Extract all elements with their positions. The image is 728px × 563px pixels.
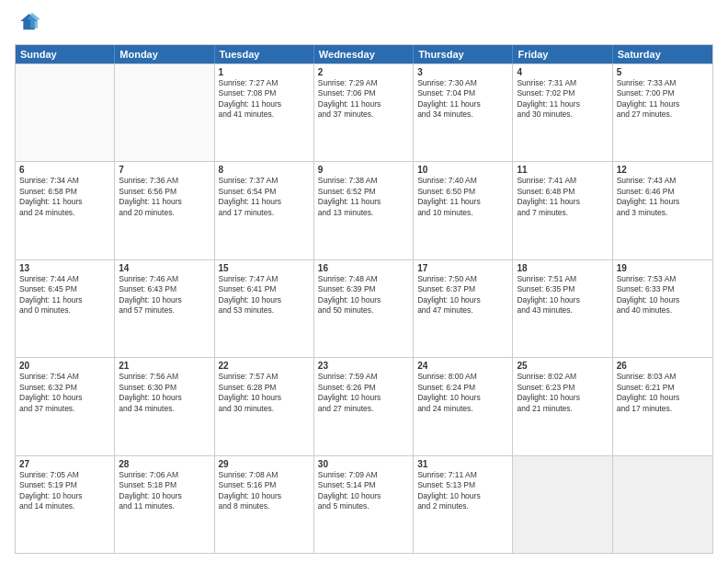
cell-line: Sunset: 6:24 PM bbox=[417, 383, 508, 393]
calendar-cell: 2Sunrise: 7:29 AMSunset: 7:06 PMDaylight… bbox=[314, 64, 414, 161]
cell-line: and 10 minutes. bbox=[417, 208, 508, 218]
day-number: 12 bbox=[617, 165, 709, 175]
cell-line: and 11 minutes. bbox=[119, 501, 210, 511]
day-number: 15 bbox=[219, 263, 310, 273]
calendar-cell: 18Sunrise: 7:51 AMSunset: 6:35 PMDayligh… bbox=[513, 260, 612, 357]
cell-line: and 43 minutes. bbox=[517, 305, 608, 316]
cell-line: and 53 minutes. bbox=[219, 305, 310, 316]
calendar-cell: 8Sunrise: 7:37 AMSunset: 6:54 PMDaylight… bbox=[215, 162, 314, 259]
cell-line: and 5 minutes. bbox=[318, 501, 409, 511]
cell-line: Sunrise: 7:57 AM bbox=[219, 372, 310, 382]
cell-line: Sunrise: 8:00 AM bbox=[417, 372, 508, 382]
day-number: 23 bbox=[318, 361, 409, 371]
day-number: 21 bbox=[119, 361, 210, 371]
cell-line: Sunrise: 7:33 AM bbox=[617, 78, 709, 88]
day-number: 4 bbox=[517, 67, 608, 77]
calendar-cell: 1Sunrise: 7:27 AMSunset: 7:08 PMDaylight… bbox=[215, 64, 314, 161]
cell-line: Daylight: 10 hours bbox=[119, 295, 210, 305]
cell-line: Daylight: 10 hours bbox=[517, 393, 608, 403]
cell-line: and 30 minutes. bbox=[517, 109, 608, 120]
cell-line: Sunrise: 7:34 AM bbox=[19, 176, 110, 186]
day-number: 24 bbox=[417, 361, 508, 371]
cell-line: and 17 minutes. bbox=[219, 208, 310, 218]
cell-line: Daylight: 11 hours bbox=[19, 295, 110, 305]
cell-line: and 27 minutes. bbox=[318, 404, 409, 414]
cell-line: Daylight: 10 hours bbox=[318, 491, 409, 501]
cell-line: and 27 minutes. bbox=[617, 109, 709, 120]
cell-line: Sunset: 6:52 PM bbox=[318, 187, 409, 197]
cell-line: and 37 minutes. bbox=[19, 404, 110, 414]
calendar-cell: 4Sunrise: 7:31 AMSunset: 7:02 PMDaylight… bbox=[513, 64, 612, 161]
cell-line: Sunset: 6:30 PM bbox=[119, 383, 210, 393]
cell-line: Sunrise: 7:47 AM bbox=[219, 274, 310, 284]
day-number: 20 bbox=[19, 361, 110, 371]
cell-line: Sunrise: 7:43 AM bbox=[617, 176, 709, 186]
calendar-cell: 13Sunrise: 7:44 AMSunset: 6:45 PMDayligh… bbox=[16, 260, 115, 357]
calendar-cell: 3Sunrise: 7:30 AMSunset: 7:04 PMDaylight… bbox=[414, 64, 513, 161]
header-cell-friday: Friday bbox=[513, 45, 612, 63]
cell-line: and 37 minutes. bbox=[318, 109, 409, 120]
cell-line: Daylight: 10 hours bbox=[617, 295, 709, 305]
cell-line: Sunset: 6:39 PM bbox=[318, 284, 409, 294]
cell-line: and 50 minutes. bbox=[318, 305, 409, 316]
calendar-cell: 15Sunrise: 7:47 AMSunset: 6:41 PMDayligh… bbox=[215, 260, 314, 357]
cell-line: Sunrise: 7:05 AM bbox=[19, 470, 110, 480]
day-number: 17 bbox=[417, 263, 508, 273]
cell-line: Daylight: 10 hours bbox=[219, 295, 310, 305]
calendar-cell: 9Sunrise: 7:38 AMSunset: 6:52 PMDaylight… bbox=[314, 162, 414, 259]
cell-line: Sunset: 6:21 PM bbox=[617, 383, 709, 393]
cell-line: Daylight: 10 hours bbox=[617, 393, 709, 403]
calendar-cell: 29Sunrise: 7:08 AMSunset: 5:16 PMDayligh… bbox=[215, 456, 314, 553]
day-number: 13 bbox=[19, 263, 110, 273]
cell-line: and 40 minutes. bbox=[617, 305, 709, 316]
page-header bbox=[15, 11, 713, 37]
cell-line: Daylight: 10 hours bbox=[119, 393, 210, 403]
cell-line: Daylight: 10 hours bbox=[19, 393, 110, 403]
cell-line: Sunset: 6:50 PM bbox=[417, 187, 508, 197]
header-cell-sunday: Sunday bbox=[16, 45, 115, 63]
day-number: 16 bbox=[318, 263, 409, 273]
cell-line: Sunrise: 7:27 AM bbox=[219, 78, 310, 88]
cell-line: Daylight: 10 hours bbox=[219, 491, 310, 501]
day-number: 8 bbox=[219, 165, 310, 175]
cell-line: Sunrise: 7:59 AM bbox=[318, 372, 409, 382]
cell-line: Sunrise: 7:36 AM bbox=[119, 176, 210, 186]
day-number: 7 bbox=[119, 165, 210, 175]
cell-line: Sunrise: 7:41 AM bbox=[517, 176, 608, 186]
cell-line: Daylight: 10 hours bbox=[19, 491, 110, 501]
cell-line: and 30 minutes. bbox=[219, 404, 310, 414]
cell-line: Daylight: 10 hours bbox=[517, 295, 608, 305]
calendar-cell: 27Sunrise: 7:05 AMSunset: 5:19 PMDayligh… bbox=[16, 456, 115, 553]
day-number: 26 bbox=[617, 361, 709, 371]
cell-line: Sunrise: 7:51 AM bbox=[517, 274, 608, 284]
cell-line: Daylight: 10 hours bbox=[318, 295, 409, 305]
cell-line: and 8 minutes. bbox=[219, 501, 310, 511]
cell-line: Daylight: 10 hours bbox=[417, 393, 508, 403]
cell-line: Sunrise: 7:38 AM bbox=[318, 176, 409, 186]
calendar-cell: 30Sunrise: 7:09 AMSunset: 5:14 PMDayligh… bbox=[314, 456, 414, 553]
cell-line: Sunrise: 7:09 AM bbox=[318, 470, 409, 480]
calendar-page: SundayMondayTuesdayWednesdayThursdayFrid… bbox=[0, 0, 728, 563]
calendar-cell: 14Sunrise: 7:46 AMSunset: 6:43 PMDayligh… bbox=[115, 260, 214, 357]
cell-line: Daylight: 11 hours bbox=[19, 197, 110, 207]
cell-line: Sunset: 6:54 PM bbox=[219, 187, 310, 197]
calendar-cell: 31Sunrise: 7:11 AMSunset: 5:13 PMDayligh… bbox=[414, 456, 513, 553]
cell-line: and 7 minutes. bbox=[517, 208, 608, 218]
cell-line: and 20 minutes. bbox=[119, 208, 210, 218]
calendar-cell: 7Sunrise: 7:36 AMSunset: 6:56 PMDaylight… bbox=[115, 162, 214, 259]
cell-line: and 34 minutes. bbox=[417, 109, 508, 120]
cell-line: Daylight: 10 hours bbox=[219, 393, 310, 403]
cell-line: Sunset: 6:23 PM bbox=[517, 383, 608, 393]
cell-line: Daylight: 11 hours bbox=[318, 99, 409, 109]
day-number: 27 bbox=[19, 459, 110, 469]
cell-line: Sunset: 6:45 PM bbox=[19, 284, 110, 294]
header-cell-thursday: Thursday bbox=[414, 45, 513, 63]
day-number: 14 bbox=[119, 263, 210, 273]
calendar-cell: 16Sunrise: 7:48 AMSunset: 6:39 PMDayligh… bbox=[314, 260, 414, 357]
cell-line: Sunset: 7:02 PM bbox=[517, 88, 608, 98]
cell-line: Sunrise: 7:56 AM bbox=[119, 372, 210, 382]
cell-line: Sunset: 7:06 PM bbox=[318, 88, 409, 98]
cell-line: Daylight: 10 hours bbox=[318, 393, 409, 403]
cell-line: Daylight: 11 hours bbox=[517, 197, 608, 207]
cell-line: Sunset: 5:16 PM bbox=[219, 480, 310, 490]
